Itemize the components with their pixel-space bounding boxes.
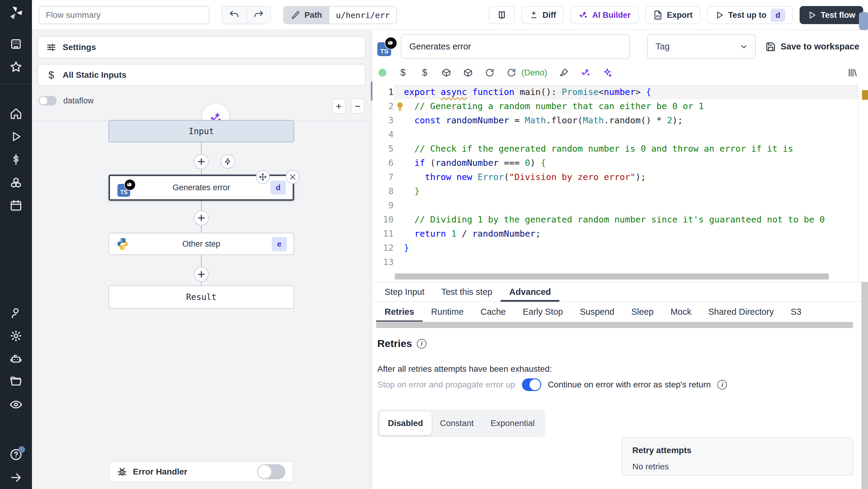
docs-book-button[interactable] xyxy=(489,6,515,24)
variables-icon[interactable] xyxy=(9,152,23,167)
settings-gear-icon[interactable] xyxy=(9,329,23,343)
ai-wand-icon[interactable] xyxy=(581,67,591,78)
history-buttons xyxy=(221,6,271,24)
test-flow-label: Test flow xyxy=(821,10,855,20)
schedules-icon[interactable] xyxy=(9,198,23,213)
wand-icon xyxy=(578,10,588,20)
library-panel-icon[interactable] xyxy=(847,67,858,78)
sparkles-icon[interactable] xyxy=(602,67,613,78)
step-title-input[interactable] xyxy=(401,34,630,59)
panel-vertical-scrollbar[interactable] xyxy=(861,282,868,489)
runtime-reload-icon[interactable] xyxy=(506,67,517,78)
export-button[interactable]: Export xyxy=(645,6,701,24)
format-brush-icon[interactable] xyxy=(559,67,569,78)
favorites-star-icon[interactable] xyxy=(9,60,23,74)
panel-resize-handle[interactable] xyxy=(371,82,373,101)
dataflow-toggle[interactable] xyxy=(38,96,57,105)
test-flow-button[interactable]: Test flow xyxy=(800,6,863,24)
lsp-status-dot xyxy=(378,69,386,77)
editor-code[interactable]: export async function main(): Promise<nu… xyxy=(394,85,858,269)
insert-step-button[interactable] xyxy=(194,210,209,225)
typescript-deno-icon: TS xyxy=(377,37,397,56)
package-icon[interactable] xyxy=(441,67,452,78)
subtab-s3[interactable]: S3 xyxy=(782,302,810,322)
tab-test-this-step[interactable]: Test this step xyxy=(433,282,501,301)
dataflow-row: dataflow xyxy=(38,96,94,105)
assets-dollar-icon[interactable]: $ xyxy=(398,67,408,78)
tag-select[interactable]: Tag xyxy=(647,34,755,59)
flow-settings-button[interactable]: Settings xyxy=(37,36,366,58)
subtab-retries[interactable]: Retries xyxy=(376,302,423,322)
workspace-icon[interactable] xyxy=(9,37,23,51)
subtab-early-stop[interactable]: Early Stop xyxy=(514,302,571,322)
expand-sidebar-arrow-icon[interactable] xyxy=(9,470,23,485)
reload-icon[interactable] xyxy=(485,67,495,78)
flow-summary-input[interactable] xyxy=(38,6,210,24)
play-icon xyxy=(807,10,816,20)
zoom-in-button[interactable]: + xyxy=(332,99,346,114)
save-to-workspace-button[interactable]: Save to workspace xyxy=(766,34,859,59)
dollar-icon: $ xyxy=(46,69,57,81)
subtab-sleep[interactable]: Sleep xyxy=(623,302,662,322)
all-static-inputs-label: All Static Inputs xyxy=(63,70,127,80)
move-step-button[interactable] xyxy=(256,170,270,184)
chevron-down-icon xyxy=(739,42,748,51)
ai-builder-label: AI Builder xyxy=(592,10,631,20)
info-icon[interactable]: i xyxy=(417,339,427,348)
undo-button[interactable] xyxy=(222,7,246,24)
step-node-other-step[interactable]: Other step e xyxy=(108,233,294,255)
windmill-logo-icon[interactable] xyxy=(8,5,24,21)
subtab-mock[interactable]: Mock xyxy=(662,302,700,322)
diff-button[interactable]: Diff xyxy=(521,6,564,24)
help-notification-badge xyxy=(19,446,25,453)
workers-robot-icon[interactable] xyxy=(9,352,23,366)
flow-result-node[interactable]: Result xyxy=(108,285,294,309)
subtabs-scrollbar[interactable] xyxy=(374,322,868,328)
retry-mode-disabled[interactable]: Disabled xyxy=(379,411,432,435)
editor-horizontal-scrollbar[interactable] xyxy=(395,273,847,279)
subtab-suspend[interactable]: Suspend xyxy=(571,302,623,322)
insert-step-button[interactable] xyxy=(194,267,209,282)
test-up-to-button[interactable]: Test up to d xyxy=(707,6,793,24)
subtab-runtime[interactable]: Runtime xyxy=(423,302,472,322)
step-id-badge: d xyxy=(270,181,286,195)
user-icon[interactable] xyxy=(9,306,23,320)
path-value[interactable]: u/henri/err xyxy=(330,7,397,24)
error-handler-toggle[interactable] xyxy=(257,464,285,479)
retry-mode-exponential[interactable]: Exponential xyxy=(482,411,543,435)
package-icon[interactable] xyxy=(463,67,473,78)
delete-step-button[interactable] xyxy=(286,170,300,184)
info-icon[interactable]: i xyxy=(717,380,727,390)
zoom-out-button[interactable]: − xyxy=(351,99,365,114)
all-static-inputs-button[interactable]: $ All Static Inputs xyxy=(37,64,366,86)
folders-icon[interactable] xyxy=(9,374,23,389)
topbar-actions: Diff AI Builder Export Test up to d xyxy=(489,6,863,24)
dataflow-label: dataflow xyxy=(63,96,94,105)
tab-advanced[interactable]: Advanced xyxy=(501,282,559,301)
subtab-shared-directory[interactable]: Shared Directory xyxy=(700,302,782,322)
home-icon[interactable] xyxy=(9,106,23,121)
trigger-bolt-button[interactable] xyxy=(221,154,235,169)
code-editor[interactable]: 12345678910111213 export async function … xyxy=(374,82,868,282)
editor-gutter[interactable]: 12345678910111213 xyxy=(374,85,394,269)
retry-attempts-label: Retry attempts xyxy=(632,446,843,455)
help-icon[interactable] xyxy=(9,448,23,462)
ai-builder-button[interactable]: AI Builder xyxy=(570,6,639,24)
redo-button[interactable] xyxy=(246,7,270,24)
quickfix-lightbulb-icon[interactable] xyxy=(395,101,405,112)
insert-step-button[interactable] xyxy=(194,154,209,169)
retry-mode-constant[interactable]: Constant xyxy=(432,411,482,435)
resources-icon[interactable] xyxy=(9,175,23,190)
tab-step-input[interactable]: Step Input xyxy=(376,282,433,301)
continue-on-error-toggle[interactable] xyxy=(522,378,541,391)
edit-path-button[interactable]: Path xyxy=(284,7,330,24)
advanced-subtabs: Retries Runtime Cache Early Stop Suspend… xyxy=(374,302,868,322)
editor-overview-ruler xyxy=(858,82,858,282)
subtab-cache[interactable]: Cache xyxy=(472,302,514,322)
flow-input-node[interactable]: Input xyxy=(108,120,294,142)
main-area: Path u/henri/err Diff AI Builder xyxy=(32,0,868,489)
audit-eye-icon[interactable] xyxy=(9,397,23,412)
runs-icon[interactable] xyxy=(9,129,23,144)
runtime-label[interactable]: (Deno) xyxy=(521,68,547,78)
variables-dollar-icon[interactable]: $ xyxy=(420,67,430,78)
